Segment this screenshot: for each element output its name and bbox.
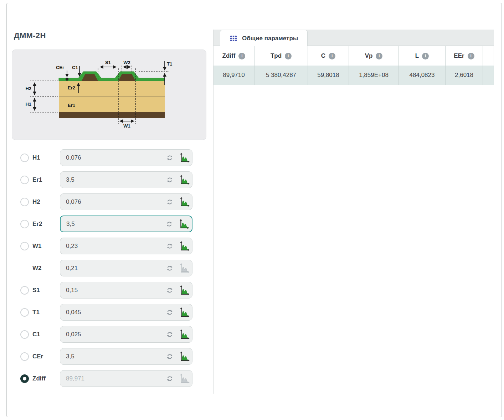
parameter-label: W2 [29, 265, 60, 272]
stepper-icon[interactable] [166, 353, 173, 360]
parameter-radio[interactable] [20, 330, 29, 339]
column-name: Zdiff [222, 52, 236, 59]
info-icon[interactable]: i [376, 53, 382, 59]
results-table: Zdiff i Tpd i C i Vp i L i EEr i 89,9710… [214, 46, 494, 85]
parameter-input[interactable] [60, 260, 166, 276]
stepper-icon[interactable] [166, 309, 173, 316]
svg-text:H1: H1 [25, 102, 31, 107]
results-data-row: 89,97105 380,428759,80181,859E+08484,082… [214, 66, 494, 85]
parameter-input[interactable] [60, 282, 166, 298]
parameter-field [60, 282, 192, 299]
stepper-icon[interactable] [166, 198, 173, 206]
parameter-label: Er1 [29, 176, 60, 183]
results-column-header: Vp i [349, 46, 399, 66]
info-icon[interactable]: i [468, 53, 474, 59]
parameter-radio[interactable] [20, 154, 29, 162]
parameter-field [60, 348, 192, 365]
parameter-label: CEr [29, 353, 60, 360]
parameter-row: T1 [20, 304, 196, 321]
stepper-icon[interactable] [166, 243, 173, 250]
parameter-row: H1 [20, 149, 196, 166]
parameter-input[interactable] [60, 370, 166, 387]
parameter-input[interactable] [61, 216, 166, 232]
svg-text:Er2: Er2 [68, 85, 75, 90]
cross-section-diagram: S1 W2 T1 CEr C1 H2 H1 Er2 Er1 W1 [12, 50, 206, 140]
distribution-chart-icon[interactable] [179, 263, 190, 274]
tab-bar: Общие параметры [214, 30, 494, 46]
stepper-icon[interactable] [166, 287, 173, 294]
distribution-chart-icon[interactable] [179, 307, 190, 318]
distribution-chart-icon[interactable] [179, 373, 190, 384]
results-cell: 484,0823 [399, 66, 446, 85]
parameter-label: Zdiff [29, 375, 60, 382]
parameter-row: Zdiff [20, 370, 196, 387]
parameter-row: H2 [20, 193, 196, 210]
info-icon[interactable]: i [285, 53, 292, 59]
results-cell [483, 66, 494, 85]
stepper-icon[interactable] [166, 375, 173, 382]
distribution-chart-icon[interactable] [179, 329, 190, 340]
results-cell: 89,9710 [214, 66, 254, 85]
parameter-label: H2 [29, 198, 60, 206]
svg-text:CEr: CEr [56, 65, 64, 70]
results-cell: 2,6018 [446, 66, 483, 85]
distribution-chart-icon[interactable] [179, 152, 190, 163]
parameter-field [60, 216, 192, 232]
info-icon[interactable]: i [238, 53, 245, 59]
parameter-input[interactable] [60, 194, 166, 210]
column-name: L [415, 52, 419, 59]
parameter-label: Er2 [29, 221, 60, 228]
pcb-cross-section-drawing: S1 W2 T1 CEr C1 H2 H1 Er2 Er1 W1 [12, 50, 207, 140]
column-name: Vp [365, 52, 373, 59]
distribution-chart-icon[interactable] [179, 285, 190, 296]
distribution-chart-icon[interactable] [179, 241, 190, 252]
parameter-row: Er2 [20, 216, 196, 232]
parameter-radio[interactable] [20, 352, 29, 361]
parameter-field [60, 238, 192, 254]
parameter-field [60, 304, 192, 321]
parameter-radio[interactable] [20, 176, 29, 184]
parameter-radio[interactable] [20, 220, 29, 228]
distribution-chart-icon[interactable] [179, 351, 190, 362]
svg-text:S1: S1 [105, 60, 111, 65]
stepper-icon[interactable] [166, 154, 173, 161]
stepper-icon[interactable] [166, 221, 173, 228]
parameter-row: CEr [20, 348, 196, 365]
distribution-chart-icon[interactable] [179, 197, 190, 207]
parameter-input[interactable] [60, 172, 166, 188]
parameter-input[interactable] [60, 348, 166, 364]
svg-text:Er1: Er1 [68, 103, 75, 108]
stepper-icon[interactable] [166, 331, 173, 338]
svg-text:W1: W1 [123, 123, 130, 129]
distribution-chart-icon[interactable] [179, 219, 189, 229]
parameter-radio[interactable] [20, 286, 29, 295]
parameter-radio[interactable] [20, 374, 29, 383]
parameter-row: W2 [20, 260, 196, 276]
parameter-input[interactable] [60, 304, 166, 320]
results-column-header: Tpd i [254, 46, 308, 66]
svg-text:C1: C1 [72, 65, 78, 70]
parameter-label: C1 [29, 331, 60, 338]
tab-label: Общие параметры [242, 35, 298, 42]
parameter-label: W1 [29, 243, 60, 250]
page-title: ДММ-2Н [14, 31, 46, 40]
results-cell: 5 380,4287 [254, 66, 308, 85]
parameter-radio[interactable] [20, 308, 29, 317]
svg-text:T1: T1 [167, 61, 172, 67]
stepper-icon[interactable] [166, 265, 173, 272]
results-column-header [483, 46, 494, 66]
parameter-label: T1 [29, 309, 60, 316]
results-column-header: C i [308, 46, 349, 66]
info-icon[interactable]: i [422, 53, 429, 59]
parameter-radio[interactable] [20, 242, 29, 250]
parameter-input[interactable] [60, 326, 166, 342]
info-icon[interactable]: i [329, 53, 335, 59]
parameter-input[interactable] [60, 238, 166, 254]
tab-general-parameters[interactable]: Общие параметры [220, 30, 308, 46]
table-grid-icon [230, 35, 237, 42]
parameter-radio[interactable] [20, 198, 29, 206]
distribution-chart-icon[interactable] [179, 175, 190, 185]
stepper-icon[interactable] [166, 176, 173, 183]
parameter-input[interactable] [60, 150, 166, 166]
parameter-row: C1 [20, 326, 196, 343]
